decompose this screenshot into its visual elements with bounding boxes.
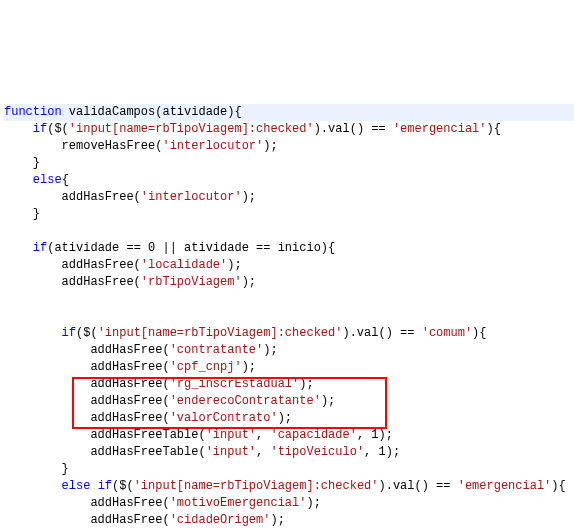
code-line [4,291,574,308]
code-line: } [4,206,574,223]
code-line: if(atividade == 0 || atividade == inicio… [4,240,574,257]
code-line: addHasFree('rg_inscrEstadual'); [4,376,574,393]
code-line: addHasFree('motivoEmergencial'); [4,495,574,512]
code-line: addHasFreeTable('input', 'tipoVeiculo', … [4,444,574,461]
code-line [4,308,574,325]
code-line: function validaCampos(atividade){ [4,104,574,121]
code-line: if($('input[name=rbTipoViagem]:checked')… [4,121,574,138]
code-line: if($('input[name=rbTipoViagem]:checked')… [4,325,574,342]
code-line: else if($('input[name=rbTipoViagem]:chec… [4,478,574,495]
code-line: addHasFree('enderecoContratante'); [4,393,574,410]
code-line [4,223,574,240]
code-line: addHasFree('cpf_cnpj'); [4,359,574,376]
code-line: removeHasFree('interlocutor'); [4,138,574,155]
code-line: addHasFreeTable('input', 'capacidade', 1… [4,427,574,444]
code-line: addHasFree('localidade'); [4,257,574,274]
code-line: addHasFree('interlocutor'); [4,189,574,206]
code-line: addHasFree('cidadeOrigem'); [4,512,574,528]
code-line: addHasFree('contratante'); [4,342,574,359]
code-screenshot: function validaCampos(atividade){ if($('… [0,68,574,528]
code-line: } [4,461,574,478]
code-block: function validaCampos(atividade){ if($('… [0,102,574,528]
code-line: } [4,155,574,172]
code-line: addHasFree('valorContrato'); [4,410,574,427]
code-line: else{ [4,172,574,189]
code-line: addHasFree('rbTipoViagem'); [4,274,574,291]
